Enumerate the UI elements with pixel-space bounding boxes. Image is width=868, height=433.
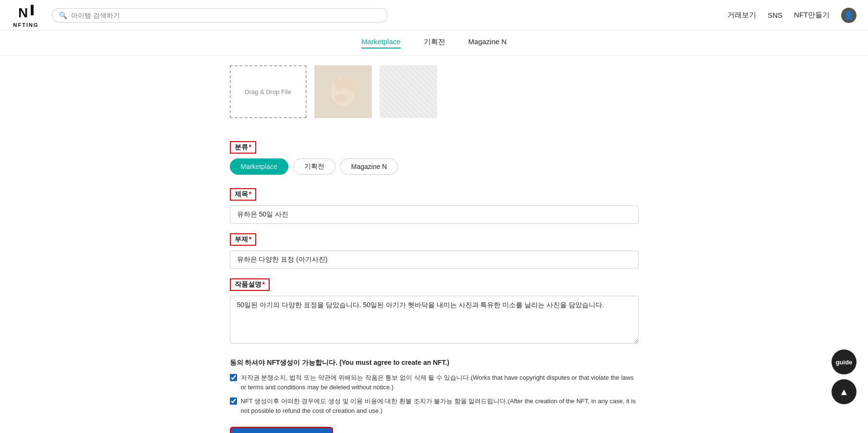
preview-image-inner xyxy=(314,65,372,118)
nav-trade[interactable]: 거래보기 xyxy=(727,11,756,20)
description-label: 작품설명* xyxy=(230,278,270,291)
cat-btn-marketplace[interactable]: Marketplace xyxy=(230,158,288,175)
preview-svg xyxy=(314,65,372,118)
description-textarea[interactable]: 50일된 아기의 다양한 표정을 담았습니다. 50일된 아기가 헷바닥을 내미… xyxy=(230,296,639,344)
description-section: 작품설명* 50일된 아기의 다양한 표정을 담았습니다. 50일된 아기가 헷… xyxy=(230,269,639,345)
agreement-checkbox-1[interactable] xyxy=(230,374,237,381)
floating-buttons: guide ▲ xyxy=(832,349,856,404)
nav-sns[interactable]: SNS xyxy=(768,11,783,19)
agreement-item-2: NFT 생성이후 어떠한 경우에도 생성 및 이용 비용에 대한 환불 조치가 … xyxy=(230,397,639,415)
scroll-up-button[interactable]: ▲ xyxy=(832,379,856,404)
agreement-text-1: 저작권 분쟁소지, 법적 또는 약관에 위배되는 작품은 통보 없이 삭제 될 … xyxy=(241,373,639,392)
avatar-icon: 👤 xyxy=(844,11,854,20)
description-label-box: 작품설명* xyxy=(230,269,639,296)
title-section: 제목* xyxy=(230,179,639,224)
preview-image xyxy=(314,65,372,118)
title-input[interactable] xyxy=(230,205,639,224)
sub-nav-exhibition[interactable]: 기획전 xyxy=(424,37,445,48)
agreement-item-1: 저작권 분쟁소지, 법적 또는 약관에 위배되는 작품은 통보 없이 삭제 될 … xyxy=(230,373,639,392)
category-label-box: 분류* xyxy=(230,132,639,158)
blurred-image xyxy=(380,65,437,118)
svg-text:N: N xyxy=(18,5,28,20)
svg-rect-10 xyxy=(314,65,372,118)
title-label: 제목* xyxy=(230,188,256,201)
subtitle-label-box: 부제* xyxy=(230,224,639,251)
upload-area: Drag & Drop File xyxy=(230,65,639,118)
search-input[interactable] xyxy=(71,12,380,19)
category-section: 분류* Marketplace 기획전 Magazine N xyxy=(230,132,639,175)
header: N NFTING 🔍 거래보기 SNS NFT만들기 👤 xyxy=(0,0,868,31)
search-bar[interactable]: 🔍 xyxy=(52,8,388,23)
svg-rect-2 xyxy=(31,5,34,15)
sub-nav-magazine[interactable]: Magazine N xyxy=(468,37,507,48)
logo-icon: N xyxy=(16,3,36,22)
title-label-box: 제목* xyxy=(230,179,639,205)
drag-drop-zone[interactable]: Drag & Drop File xyxy=(230,65,307,118)
subtitle-label: 부제* xyxy=(230,233,256,246)
category-label: 분류* xyxy=(230,141,256,154)
agreement-title: 동의 하셔야 NFT생성이 가능합니다. (You must agree to … xyxy=(230,359,639,367)
drag-drop-label: Drag & Drop File xyxy=(245,88,291,96)
sub-nav: Marketplace 기획전 Magazine N xyxy=(0,31,868,56)
agreement-section: 동의 하셔야 NFT생성이 가능합니다. (You must agree to … xyxy=(230,359,639,415)
guide-button[interactable]: guide xyxy=(832,349,856,374)
category-buttons: Marketplace 기획전 Magazine N xyxy=(230,158,639,175)
avatar[interactable]: 👤 xyxy=(841,8,856,23)
logo[interactable]: N NFTING xyxy=(12,3,40,28)
sub-nav-marketplace[interactable]: Marketplace xyxy=(361,37,401,48)
header-nav: 거래보기 SNS NFT만들기 👤 xyxy=(727,8,856,23)
nav-create-nft[interactable]: NFT만들기 xyxy=(794,11,830,20)
subtitle-section: 부제* xyxy=(230,224,639,269)
search-icon: 🔍 xyxy=(59,12,67,19)
cat-btn-exhibition[interactable]: 기획전 xyxy=(293,158,335,175)
agreement-checkbox-2[interactable] xyxy=(230,397,237,405)
submit-button[interactable]: 컨텐츠 올리기 xyxy=(230,427,333,433)
agreement-text-2: NFT 생성이후 어떠한 경우에도 생성 및 이용 비용에 대한 환불 조치가 … xyxy=(241,397,639,415)
main-content: Drag & Drop File 분류* xyxy=(218,56,650,433)
cat-btn-magazine[interactable]: Magazine N xyxy=(340,158,398,175)
logo-text: NFTING xyxy=(13,22,39,28)
subtitle-input[interactable] xyxy=(230,251,639,269)
